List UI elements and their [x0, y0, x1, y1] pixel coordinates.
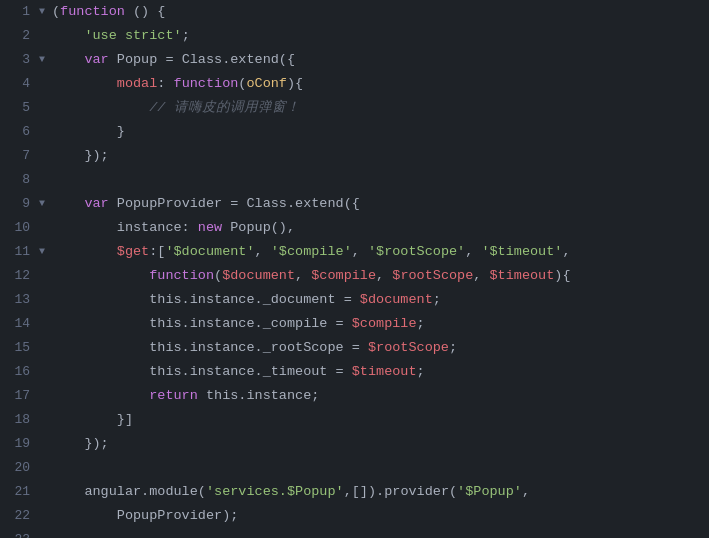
line-content-2: 'use strict';	[48, 24, 709, 48]
code-line-9: 9 ▼ var PopupProvider = Class.extend({	[0, 192, 709, 216]
code-line-23: 23	[0, 528, 709, 538]
line-number-1: 1	[0, 0, 36, 24]
code-line-14: 14 this.instance._compile = $compile;	[0, 312, 709, 336]
fold-arrow-4	[36, 72, 48, 96]
line-content-6: }	[48, 120, 709, 144]
line-content-7: });	[48, 144, 709, 168]
fold-arrow-20	[36, 456, 48, 480]
line-content-21: angular.module('services.$Popup',[]).pro…	[48, 480, 709, 504]
line-number-20: 20	[0, 456, 36, 480]
line-number-9: 9	[0, 192, 36, 216]
code-line-13: 13 this.instance._document = $document;	[0, 288, 709, 312]
code-line-8: 8	[0, 168, 709, 192]
code-line-6: 6 }	[0, 120, 709, 144]
line-content-23	[48, 528, 709, 538]
fold-arrow-13	[36, 288, 48, 312]
code-line-2: 2 'use strict';	[0, 24, 709, 48]
fold-arrow-7	[36, 144, 48, 168]
fold-arrow-2	[36, 24, 48, 48]
code-line-15: 15 this.instance._rootScope = $rootScope…	[0, 336, 709, 360]
line-number-8: 8	[0, 168, 36, 192]
fold-arrow-19	[36, 432, 48, 456]
code-line-3: 3 ▼ var Popup = Class.extend({	[0, 48, 709, 72]
fold-arrow-21	[36, 480, 48, 504]
line-number-7: 7	[0, 144, 36, 168]
line-content-10: instance: new Popup(),	[48, 216, 709, 240]
line-number-2: 2	[0, 24, 36, 48]
fold-arrow-3[interactable]: ▼	[36, 48, 48, 72]
line-number-12: 12	[0, 264, 36, 288]
code-line-10: 10 instance: new Popup(),	[0, 216, 709, 240]
fold-arrow-11[interactable]: ▼	[36, 240, 48, 264]
code-line-4: 4 modal: function(oConf){	[0, 72, 709, 96]
code-line-19: 19 });	[0, 432, 709, 456]
line-number-6: 6	[0, 120, 36, 144]
fold-arrow-1[interactable]: ▼	[36, 0, 48, 24]
fold-arrow-10	[36, 216, 48, 240]
fold-arrow-18	[36, 408, 48, 432]
line-content-5: // 请嗨皮的调用弹窗！	[48, 96, 709, 120]
line-number-17: 17	[0, 384, 36, 408]
line-content-4: modal: function(oConf){	[48, 72, 709, 96]
line-number-10: 10	[0, 216, 36, 240]
code-line-1: 1 ▼ (function () {	[0, 0, 709, 24]
line-number-21: 21	[0, 480, 36, 504]
line-content-14: this.instance._compile = $compile;	[48, 312, 709, 336]
line-number-15: 15	[0, 336, 36, 360]
fold-arrow-15	[36, 336, 48, 360]
line-content-17: return this.instance;	[48, 384, 709, 408]
line-number-3: 3	[0, 48, 36, 72]
fold-arrow-17	[36, 384, 48, 408]
line-content-18: }]	[48, 408, 709, 432]
line-content-19: });	[48, 432, 709, 456]
code-line-5: 5 // 请嗨皮的调用弹窗！	[0, 96, 709, 120]
line-number-22: 22	[0, 504, 36, 528]
line-content-16: this.instance._timeout = $timeout;	[48, 360, 709, 384]
line-number-5: 5	[0, 96, 36, 120]
code-line-17: 17 return this.instance;	[0, 384, 709, 408]
fold-arrow-23	[36, 528, 48, 538]
fold-arrow-9[interactable]: ▼	[36, 192, 48, 216]
line-content-11: $get:['$document', '$compile', '$rootSco…	[48, 240, 709, 264]
line-number-14: 14	[0, 312, 36, 336]
code-line-22: 22 PopupProvider);	[0, 504, 709, 528]
fold-arrow-6	[36, 120, 48, 144]
line-number-11: 11	[0, 240, 36, 264]
code-line-11: 11 ▼ $get:['$document', '$compile', '$ro…	[0, 240, 709, 264]
code-line-12: 12 function($document, $compile, $rootSc…	[0, 264, 709, 288]
line-number-13: 13	[0, 288, 36, 312]
line-content-9: var PopupProvider = Class.extend({	[48, 192, 709, 216]
fold-arrow-16	[36, 360, 48, 384]
line-number-4: 4	[0, 72, 36, 96]
fold-arrow-14	[36, 312, 48, 336]
line-content-22: PopupProvider);	[48, 504, 709, 528]
code-line-20: 20	[0, 456, 709, 480]
line-number-18: 18	[0, 408, 36, 432]
line-number-19: 19	[0, 432, 36, 456]
line-content-15: this.instance._rootScope = $rootScope;	[48, 336, 709, 360]
code-editor: 1 ▼ (function () { 2 'use strict'; 3 ▼ v…	[0, 0, 709, 538]
line-number-16: 16	[0, 360, 36, 384]
line-content-1: (function () {	[48, 0, 709, 24]
line-number-23: 23	[0, 528, 36, 538]
line-content-20	[48, 456, 709, 480]
line-content-3: var Popup = Class.extend({	[48, 48, 709, 72]
code-line-21: 21 angular.module('services.$Popup',[]).…	[0, 480, 709, 504]
code-line-7: 7 });	[0, 144, 709, 168]
fold-arrow-5	[36, 96, 48, 120]
line-content-12: function($document, $compile, $rootScope…	[48, 264, 709, 288]
fold-arrow-12	[36, 264, 48, 288]
code-line-16: 16 this.instance._timeout = $timeout;	[0, 360, 709, 384]
line-content-8	[48, 168, 709, 192]
code-line-18: 18 }]	[0, 408, 709, 432]
line-content-13: this.instance._document = $document;	[48, 288, 709, 312]
fold-arrow-8	[36, 168, 48, 192]
fold-arrow-22	[36, 504, 48, 528]
